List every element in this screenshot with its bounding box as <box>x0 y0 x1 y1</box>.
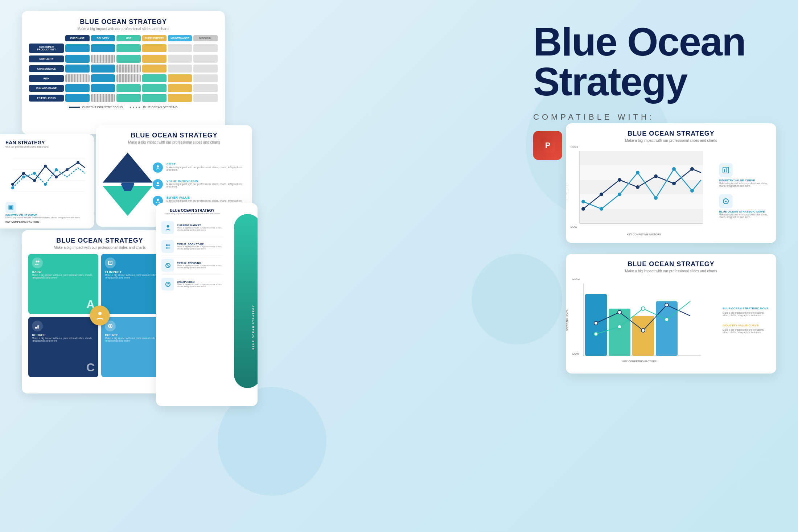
reduce-label: REDUCE <box>32 333 95 337</box>
legend-label-ocean: BLUE OCEAN OFFERING <box>143 106 177 109</box>
center-overlay-icon <box>90 306 110 326</box>
card2-item-1: INDUSTRY VALUE CURVE Make a big impact w… <box>5 202 89 219</box>
tier-icon-unexplored: ? <box>161 278 174 290</box>
cell <box>142 74 166 82</box>
card5-oval-area: BLUE OCEAN STRATEGY <box>229 203 258 406</box>
cell <box>142 84 166 92</box>
card6-title: BLUE OCEAN STRATEGY <box>572 130 770 137</box>
svg-point-35 <box>36 261 38 263</box>
svg-point-33 <box>157 182 159 184</box>
hero-title: Blue Ocean Strategy <box>533 22 769 102</box>
reduce-icon <box>32 321 43 331</box>
tier-label-refusing: TIER 02: REFUSING <box>177 262 223 264</box>
cell <box>91 84 115 92</box>
powerpoint-icon[interactable]: P <box>533 131 562 160</box>
raise-icon <box>32 257 43 268</box>
card-tiers: BLUE OCEAN STRATEGY Make a big impact wi… <box>156 203 258 406</box>
card4-subtitle: Make a big impact with our professional … <box>28 246 171 249</box>
cell <box>193 84 218 92</box>
card7-high-label: HIGH <box>572 278 580 281</box>
svg-point-36 <box>38 261 40 263</box>
cost-label: COST <box>166 162 246 166</box>
svg-rect-26 <box>9 206 12 209</box>
card1-title: BLUE OCEAN STRATEGY <box>29 18 218 26</box>
svg-text:P: P <box>545 141 551 150</box>
cell <box>65 94 90 102</box>
card5-title: BLUE OCEAN STRATEGY <box>161 209 223 213</box>
industry-label: INDUSTRY VALUE CURVE <box>719 179 770 182</box>
legend-line-solid <box>69 107 80 108</box>
th-purchase: PURCHASE <box>65 35 90 41</box>
svg-point-15 <box>33 179 36 182</box>
card5-subtitle: Make a big impact with our professional … <box>161 213 223 215</box>
card2-subtitle: with our professional slides and charts <box>5 145 89 148</box>
card7-chart-area: HIGH LOW <box>572 276 719 364</box>
svg-text:?: ? <box>166 283 169 286</box>
table-row: RISK <box>29 74 218 82</box>
svg-point-68 <box>600 207 603 211</box>
th-use: USE <box>116 35 141 41</box>
table-row: CUSTOMER PRODUCTIVITY <box>29 44 218 53</box>
svg-rect-49 <box>168 247 170 249</box>
svg-point-64 <box>654 174 658 178</box>
table-row: FRIENDLINESS <box>29 94 218 102</box>
svg-point-61 <box>600 193 603 196</box>
svg-point-62 <box>618 178 621 182</box>
cell <box>168 84 192 92</box>
card1-subtitle: Make a big impact with our professional … <box>29 27 218 31</box>
tier-item-refusing: TIER 02: REFUSING Make a big impact with… <box>161 256 223 275</box>
quadrant-reduce: REDUCE Make a big impact with our profes… <box>28 317 98 377</box>
cost-icon <box>153 162 163 173</box>
bar-chart-svg: KEY COMPETING FACTORS <box>572 280 703 363</box>
svg-point-22 <box>33 172 36 175</box>
row-label-customer: CUSTOMER PRODUCTIVITY <box>29 44 64 53</box>
svg-point-66 <box>690 167 694 171</box>
svg-point-32 <box>157 165 159 168</box>
card7-y-label: OFFERING LEVEL <box>566 309 568 331</box>
th-supplements: SUPPLEMENTS <box>142 35 166 41</box>
high-label: HIGH <box>571 145 578 149</box>
legend-item-current: CURRENT INDUSTRY FOCUS <box>69 106 123 109</box>
svg-point-21 <box>22 176 25 178</box>
tier-label-current: CURRENT MARKET <box>177 224 223 227</box>
card3-title: BLUE OCEAN STRATEGY <box>103 132 246 139</box>
reduce-letter: C <box>86 361 95 374</box>
card7-legend-items: BLUE OCEAN STRATEGIC MOVE Make a big imp… <box>723 276 770 364</box>
table-row: CONVENIENCE <box>29 65 218 73</box>
oval-shape <box>234 214 258 388</box>
svg-point-20 <box>11 186 14 189</box>
value-desc: Make a big impact with our professional … <box>166 183 246 188</box>
svg-rect-75 <box>724 169 725 172</box>
card2-title: EAN STRATEGY <box>5 140 89 145</box>
svg-rect-57 <box>580 209 703 223</box>
cell <box>91 74 115 82</box>
y-axis-label: OFFERING LEVEL <box>566 180 567 202</box>
svg-rect-55 <box>580 151 703 165</box>
svg-point-72 <box>672 167 676 171</box>
table-row: SIMPLICITY <box>29 55 218 63</box>
tier-icon-refusing <box>161 259 174 272</box>
cell <box>193 55 218 63</box>
cost-desc: Make a big impact with our professional … <box>166 166 246 171</box>
svg-point-67 <box>581 200 585 203</box>
card4-title: BLUE OCEAN STRATEGY <box>28 237 171 244</box>
tier-icon-current <box>161 221 174 234</box>
cell <box>168 74 192 82</box>
buyer-label: BUYER VALUE <box>166 196 246 199</box>
cell <box>168 44 192 52</box>
svg-point-45 <box>166 225 169 227</box>
tier-desc-soon: Make a big impact with our professional … <box>177 246 223 250</box>
card5-content: BLUE OCEAN STRATEGY Make a big impact wi… <box>156 203 229 406</box>
svg-point-73 <box>690 189 694 193</box>
svg-point-90 <box>641 307 645 310</box>
svg-rect-40 <box>37 325 39 329</box>
card-quadrant: BLUE OCEAN STRATEGY Make a big impact wi… <box>22 230 178 393</box>
svg-point-65 <box>672 182 676 185</box>
tier-icon-soon <box>161 240 174 253</box>
card7-title: BLUE OCEAN STRATEGY <box>572 260 770 268</box>
cell <box>116 94 141 102</box>
tier-label-soon: TIER 01: SOON TO BE <box>177 243 223 246</box>
svg-point-69 <box>618 193 621 196</box>
low-label: LOW <box>571 225 577 228</box>
cell <box>65 65 90 73</box>
